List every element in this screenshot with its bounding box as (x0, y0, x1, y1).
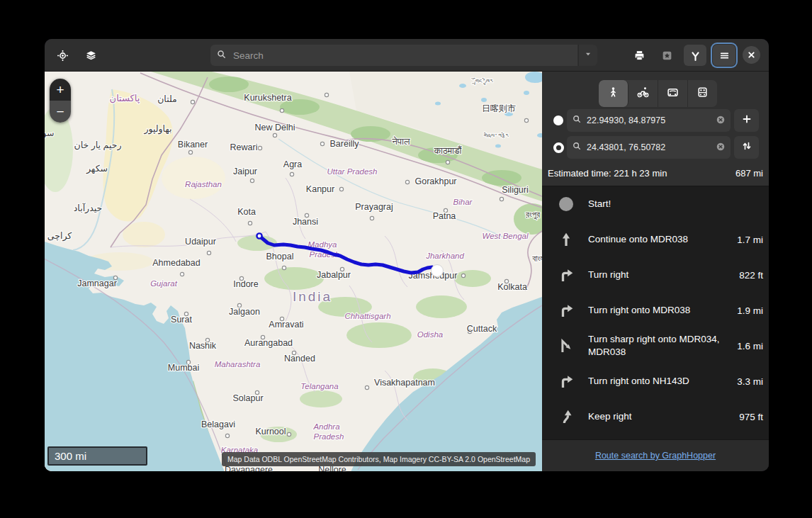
app-window: KurukshetraNew DelhiBikanerRewariJaipurA… (45, 39, 769, 471)
directions-list: Start!Continue onto MDR0381.7 miTurn rig… (542, 186, 769, 439)
mode-transit-tab[interactable] (688, 80, 717, 107)
turn-right-icon (558, 302, 575, 319)
city-dot (339, 187, 343, 191)
search-input[interactable] (232, 50, 572, 62)
map-label: Kota (237, 207, 256, 217)
map-label: Siliguri (502, 185, 529, 195)
clear-icon[interactable] (716, 142, 726, 153)
origin-input[interactable] (585, 115, 712, 126)
direction-distance: 822 ft (739, 270, 763, 281)
keep-right-icon (558, 408, 575, 425)
zoom-in-button[interactable]: + (50, 79, 71, 101)
city-dot (365, 385, 368, 389)
direction-text: Turn sharp right onto MDR034, MDR038 (588, 329, 737, 363)
map-label: Prayagraj (355, 202, 393, 212)
map-label: 日喀则市 (482, 103, 516, 113)
turn-right-icon (558, 373, 575, 390)
map-label: Cuttack (467, 324, 497, 334)
map-label: سو (45, 128, 54, 139)
plus-icon (741, 113, 752, 128)
mode-car-tab[interactable] (658, 80, 688, 107)
map-label: གཞིས་ཀ་རྩེ (484, 133, 509, 140)
search-dropdown-button[interactable] (578, 45, 597, 66)
pedestrian-icon (607, 86, 619, 101)
sidebar-footer: Route search by GraphHopper (542, 439, 769, 471)
map-label: Agra (283, 159, 302, 169)
add-waypoint-button[interactable] (734, 109, 759, 132)
map-label: काठमाडौं (434, 145, 462, 156)
map-label: রংপুর (525, 210, 541, 220)
city-dot (180, 272, 184, 276)
layers-button[interactable] (80, 45, 101, 66)
route-end-marker[interactable] (432, 265, 444, 277)
map-label: Kurukshetra (244, 93, 291, 103)
map-scale: 300 mi (47, 446, 147, 466)
close-icon (745, 49, 757, 61)
route-planner-panel: Estimated time: 221 h 23 min 687 mi (542, 72, 769, 186)
direction-row[interactable]: Start! (542, 186, 769, 222)
destination-entry[interactable] (567, 136, 731, 159)
map-label: Bhopal (266, 252, 294, 261)
main-menu-button[interactable] (713, 45, 735, 66)
zoom-out-button[interactable]: − (50, 101, 71, 123)
turn-right-icon (558, 266, 575, 283)
map-label: Jabalpur (317, 270, 351, 280)
bookmarks-button[interactable] (656, 45, 677, 66)
estimated-time: Estimated time: 221 h 23 min (548, 168, 667, 179)
map-attribution: Map Data ODBL OpenStreetMap Contributors… (222, 452, 536, 466)
mode-bike-tab[interactable] (628, 80, 658, 107)
direction-row[interactable]: Turn right822 ft (542, 257, 769, 293)
chevron-down-icon (583, 49, 593, 62)
destination-input[interactable] (585, 142, 712, 153)
print-button[interactable] (628, 45, 650, 66)
mark-location-icon (57, 50, 69, 62)
map-label: नेपाल (391, 136, 410, 147)
direction-distance: 3.3 mi (737, 376, 763, 387)
city-dot (258, 146, 261, 150)
origin-entry[interactable] (567, 109, 731, 132)
direction-text: Turn right onto MDR038 (588, 300, 737, 321)
car-icon (667, 86, 679, 101)
map-label: Gorakhpur (415, 176, 456, 186)
city-dot (207, 251, 210, 254)
close-window-button[interactable] (743, 46, 760, 64)
map-label: Rajasthan (185, 180, 222, 188)
map-label: Andhra (312, 422, 339, 431)
map-label: Pradesh (314, 432, 344, 441)
map-label: Patna (433, 211, 456, 221)
mode-pedestrian-tab[interactable] (599, 80, 628, 107)
graphhopper-link[interactable]: Route search by GraphHopper (595, 451, 716, 461)
map-label: Uttar Pradesh (327, 167, 378, 176)
direction-row[interactable]: Keep right975 ft (542, 399, 769, 434)
map-label: Jaipur (233, 167, 257, 176)
transport-mode-switcher (599, 80, 717, 107)
reverse-route-button[interactable] (734, 136, 759, 159)
map-label: Odisha (417, 330, 443, 339)
search-entry[interactable] (210, 45, 577, 66)
route-summary: Estimated time: 221 h 23 min 687 mi (542, 168, 769, 179)
direction-row[interactable]: Turn right onto MDR0381.9 mi (542, 293, 769, 328)
map-label: Belagavi (201, 420, 235, 429)
map-label: Jamnagar (77, 278, 117, 288)
direction-text: Start! (588, 193, 763, 215)
map-scale-label: 300 mi (55, 450, 86, 462)
city-dot (500, 197, 503, 201)
city-dot (282, 266, 286, 269)
clear-icon[interactable] (716, 115, 726, 126)
direction-row[interactable]: Turn sharp right onto MDR034, MDR0381.6 … (542, 328, 769, 364)
map-label: Amravati (269, 320, 303, 330)
route-start-marker[interactable] (256, 233, 261, 238)
map-label: Visakhapatnam (374, 378, 435, 388)
map-label: حیدرآباد (74, 203, 102, 214)
city-dot (273, 133, 276, 137)
bookmark-icon (661, 50, 673, 62)
route-planner-button[interactable] (684, 45, 706, 66)
swap-icon (741, 140, 752, 154)
direction-row[interactable]: Continue onto MDR0381.7 mi (542, 222, 769, 257)
go-to-location-button[interactable] (52, 45, 73, 66)
map-view[interactable]: KurukshetraNew DelhiBikanerRewariJaipurA… (45, 72, 542, 471)
direction-text: Turn right onto NH143D (588, 371, 737, 392)
map-label: سکھر (86, 164, 108, 174)
map-label: پاکستان (110, 93, 140, 103)
direction-row[interactable]: Turn right onto NH143D3.3 mi (542, 364, 769, 399)
